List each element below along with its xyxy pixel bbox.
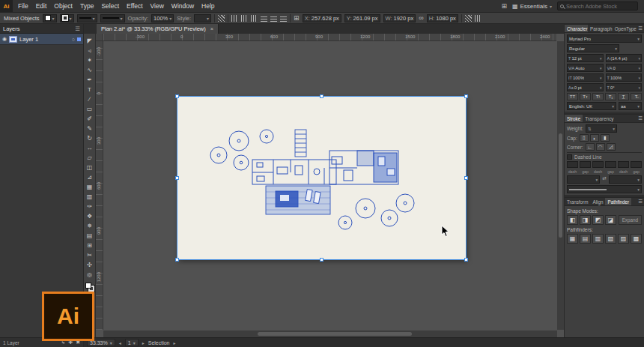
type-tool[interactable]: T: [84, 85, 95, 94]
menu-edit[interactable]: Edit: [32, 2, 51, 10]
isolate-object-icon[interactable]: [475, 15, 482, 22]
dash-input[interactable]: [618, 161, 629, 168]
artboard[interactable]: [177, 97, 466, 259]
dash-input[interactable]: [580, 161, 591, 168]
small-caps-button[interactable]: Tᴛ: [580, 93, 591, 100]
tab-transform[interactable]: Transform: [565, 198, 590, 205]
arrange-documents-icon[interactable]: ⊞: [501, 2, 507, 10]
panel-menu-icon[interactable]: ☰: [637, 198, 644, 205]
subscript-button[interactable]: T₁: [605, 93, 616, 100]
magic-wand-tool[interactable]: ✶: [84, 55, 95, 65]
canvas[interactable]: -300030060090012001500180021002400 -3000…: [96, 34, 564, 337]
dashed-line-checkbox[interactable]: [567, 154, 572, 160]
line-segment-tool[interactable]: ∕: [84, 94, 95, 104]
opacity-field[interactable]: 100%▾: [151, 14, 174, 22]
panel-menu-icon[interactable]: ☰: [637, 25, 644, 32]
visibility-eye-icon[interactable]: ◉: [2, 36, 7, 42]
document-tab[interactable]: Plan 2.ai* @ 33.33% (RGB/GPU Preview) ×: [97, 24, 219, 34]
height-field[interactable]: H:1080 px: [427, 14, 458, 22]
width-profile-select[interactable]: ▾: [567, 185, 642, 193]
rotate-tool[interactable]: ↻: [84, 133, 95, 143]
perspective-grid-tool[interactable]: ⊿: [84, 172, 95, 182]
dash-input[interactable]: [605, 161, 616, 168]
menu-help[interactable]: Help: [198, 2, 218, 10]
reference-point-icon[interactable]: ⊞: [294, 14, 300, 22]
tab-align[interactable]: Align: [590, 198, 605, 205]
ruler-left[interactable]: -30003006009001200: [96, 41, 103, 330]
close-tab-icon[interactable]: ×: [210, 25, 213, 32]
scrollbar-thumb[interactable]: [559, 133, 562, 238]
brush-definition-dropdown[interactable]: ▾: [100, 14, 125, 22]
dash-input[interactable]: [567, 161, 578, 168]
mesh-tool[interactable]: ▦: [84, 182, 95, 192]
language-select[interactable]: English: UK ▾: [567, 102, 616, 110]
panel-menu-icon[interactable]: ☰: [637, 115, 644, 122]
merge-button[interactable]: ▥: [592, 234, 604, 244]
align-middle-icon[interactable]: [270, 15, 277, 22]
round-cap-button[interactable]: ◗: [590, 134, 599, 142]
transform-panel-icon[interactable]: [465, 15, 472, 22]
projecting-cap-button[interactable]: ▮: [601, 134, 610, 142]
tab-opentype[interactable]: OpenType: [613, 25, 637, 32]
menu-effect[interactable]: Effect: [123, 2, 147, 10]
pen-tool[interactable]: ✒: [84, 75, 95, 85]
pencil-tool[interactable]: ✎: [84, 124, 95, 133]
dash-input[interactable]: [631, 161, 642, 168]
all-caps-button[interactable]: TT: [567, 93, 578, 100]
superscript-button[interactable]: T¹: [592, 93, 604, 100]
exclude-button[interactable]: ◪: [605, 215, 616, 225]
outline-button[interactable]: ▨: [618, 234, 629, 244]
round-join-button[interactable]: ◠: [596, 143, 605, 151]
stepper-arrows-icon[interactable]: ⇅: [588, 127, 592, 131]
miter-join-button[interactable]: ∟: [586, 143, 595, 151]
ruler-origin-corner[interactable]: [96, 34, 103, 41]
crop-button[interactable]: ▧: [605, 234, 616, 244]
align-center-icon[interactable]: [241, 15, 248, 22]
lasso-tool[interactable]: ∿: [84, 65, 95, 75]
arrowhead-end-select[interactable]: ▾: [609, 175, 642, 184]
stock-search[interactable]: [557, 1, 638, 10]
fill-proxy[interactable]: [85, 283, 91, 289]
gradient-tool[interactable]: ▥: [84, 192, 95, 202]
baseline-shift-field[interactable]: Aa0 pt▾: [567, 83, 604, 91]
artboard-navigation-select[interactable]: 1 ▾: [125, 339, 139, 346]
swap-arrowheads-icon[interactable]: ⇄: [602, 175, 606, 184]
tab-paragraph[interactable]: Paragraph: [588, 25, 613, 32]
minus-front-button[interactable]: ◨: [580, 215, 591, 225]
tab-transparency[interactable]: Transparency: [583, 115, 616, 122]
rectangle-tool[interactable]: ▭: [84, 104, 95, 114]
align-right-icon[interactable]: [251, 15, 258, 22]
stroke-weight-dropdown[interactable]: ▾: [77, 14, 97, 22]
align-top-icon[interactable]: [261, 15, 267, 22]
fill-color-dropdown[interactable]: ▾: [43, 14, 57, 22]
artboard-tool[interactable]: ⊞: [84, 241, 95, 250]
font-family-select[interactable]: Myriad Pro ▾: [567, 34, 642, 43]
font-style-select[interactable]: Regular ▾: [567, 44, 619, 52]
style-dropdown[interactable]: ▾: [194, 14, 211, 22]
menu-window[interactable]: Window: [168, 2, 198, 10]
arrowhead-start-select[interactable]: ▾: [567, 175, 600, 184]
blend-tool[interactable]: ❖: [84, 211, 95, 221]
underline-button[interactable]: T̲: [618, 93, 629, 100]
next-artboard-icon[interactable]: ▸: [142, 340, 145, 346]
align-left-icon[interactable]: [231, 15, 238, 22]
vertical-scale-field[interactable]: IT100%▾: [567, 73, 604, 82]
illustrator-app-icon[interactable]: Ai: [0, 0, 13, 12]
y-position-field[interactable]: Y:261.09 px: [344, 14, 380, 22]
menu-type[interactable]: Type: [76, 2, 97, 10]
symbol-sprayer-tool[interactable]: ✵: [84, 221, 95, 231]
status-menu-icon[interactable]: ▸: [174, 340, 176, 346]
menu-view[interactable]: View: [147, 2, 168, 10]
scrollbar-thumb[interactable]: [258, 332, 412, 336]
panel-menu-icon[interactable]: ☰: [75, 25, 80, 32]
ruler-top[interactable]: -300030060090012001500180021002400: [103, 34, 556, 41]
menu-file[interactable]: File: [14, 2, 32, 10]
eyedropper-tool[interactable]: ✑: [84, 202, 95, 211]
tab-pathfinder[interactable]: Pathfinder: [605, 198, 631, 205]
shape-builder-tool[interactable]: ◫: [84, 163, 95, 172]
stroke-weight-stepper[interactable]: ⇅ ▾: [586, 124, 617, 133]
bevel-join-button[interactable]: ◿: [607, 143, 616, 151]
layer-row[interactable]: ◉ Layer 1 ○: [0, 34, 83, 45]
x-position-field[interactable]: X:257.628 px: [303, 14, 341, 22]
font-size-field[interactable]: T12 pt▾: [567, 54, 604, 62]
